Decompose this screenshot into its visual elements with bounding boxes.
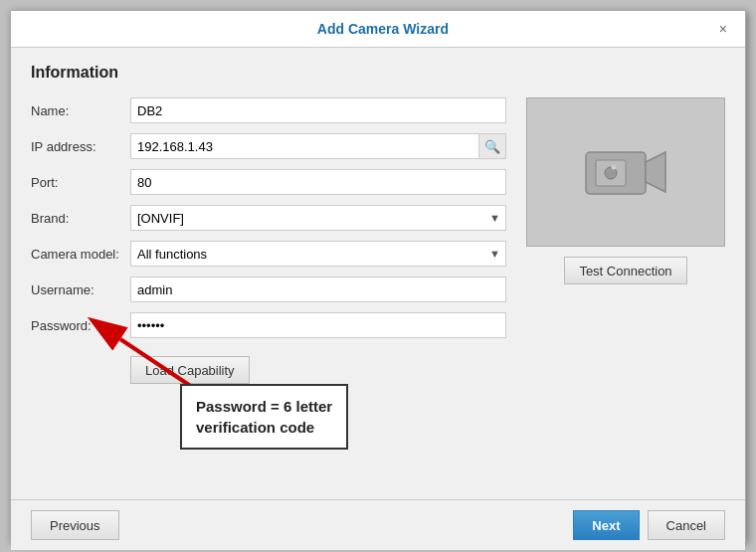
brand-label: Brand: [31,211,130,226]
ip-row: IP address: 🔍 [31,133,506,159]
form-area: Name: IP address: 🔍 Port: [31,97,506,483]
cancel-button[interactable]: Cancel [648,510,725,540]
camera-preview-image [526,97,725,247]
add-camera-dialog: Add Camera Wizard × Information Name: IP… [10,10,746,542]
username-label: Username: [31,282,130,297]
brand-select-wrapper: [ONVIF] Axis Bosch Hikvision ▼ [130,205,506,231]
dialog-footer: Previous Next Cancel [11,499,745,550]
port-label: Port: [31,175,130,190]
ip-search-button[interactable]: 🔍 [478,133,506,159]
svg-point-6 [612,164,617,169]
name-input[interactable] [130,97,506,123]
camera-preview-area: Test Connection [526,97,725,483]
dialog-body: Information Name: IP address: 🔍 [11,48,745,499]
annotation-box: Password = 6 letter verification code [180,384,348,450]
search-icon: 🔍 [484,139,500,154]
main-content: Name: IP address: 🔍 Port: [31,97,725,483]
brand-row: Brand: [ONVIF] Axis Bosch Hikvision ▼ [31,205,506,231]
ip-label: IP address: [31,139,130,154]
name-row: Name: [31,97,506,123]
annotation-text-line1: Password = 6 letter [196,398,332,415]
name-label: Name: [31,103,130,118]
camera-model-row: Camera model: All functions Basic Advanc… [31,241,506,267]
ip-input[interactable] [130,133,478,159]
port-row: Port: [31,169,506,195]
footer-right: Next Cancel [573,510,725,540]
port-input[interactable] [130,169,506,195]
previous-button[interactable]: Previous [31,510,119,540]
brand-select[interactable]: [ONVIF] Axis Bosch Hikvision [130,205,506,231]
test-connection-button[interactable]: Test Connection [564,257,686,284]
username-input[interactable] [130,276,506,302]
dialog-title: Add Camera Wizard [53,21,713,37]
footer-left: Previous [31,510,119,540]
close-button[interactable]: × [713,19,733,39]
section-title: Information [31,64,725,82]
camera-model-select-wrapper: All functions Basic Advanced ▼ [130,241,506,267]
annotation-text-line2: verification code [196,419,314,436]
camera-icon [581,140,670,205]
camera-model-select[interactable]: All functions Basic Advanced [130,241,506,267]
camera-model-label: Camera model: [31,247,130,262]
svg-marker-5 [646,152,665,192]
ip-input-wrapper: 🔍 [130,133,506,159]
title-bar: Add Camera Wizard × [11,11,745,48]
username-row: Username: [31,276,506,302]
next-button[interactable]: Next [573,510,639,540]
